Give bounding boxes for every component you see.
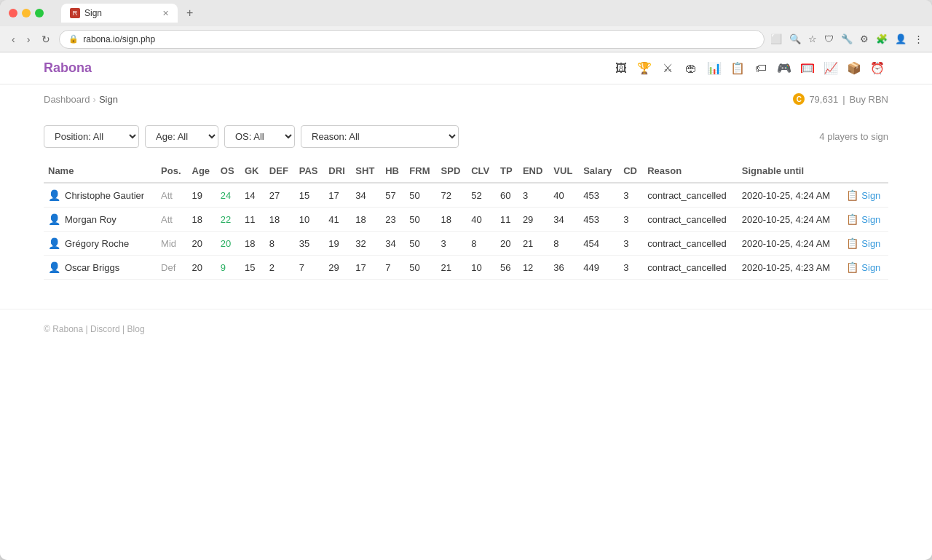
site-logo[interactable]: Rabona [44, 60, 92, 76]
nav-icon-stadium[interactable]: 🏟 [680, 58, 702, 79]
active-tab[interactable]: R Sign ✕ [61, 4, 178, 23]
search-icon[interactable]: 🔍 [789, 33, 801, 44]
minimize-button[interactable] [22, 9, 31, 17]
nav-icon-match[interactable]: ⚔ [657, 58, 679, 79]
player-signable: 2020-10-25, 4:24 AM [738, 232, 842, 256]
extension-icon2[interactable]: ⚙ [860, 33, 869, 44]
url-input[interactable]: 🔒 rabona.io/sign.php [59, 30, 765, 49]
back-button[interactable]: ‹ [9, 32, 18, 47]
player-salary: 453 [579, 183, 619, 208]
sign-button[interactable]: 📋 Sign [846, 237, 884, 249]
player-hb: 34 [381, 232, 405, 256]
nav-icon-clock[interactable]: ⏰ [866, 58, 888, 79]
nav-icon-box[interactable]: 📦 [843, 58, 865, 79]
player-spd: 21 [437, 256, 467, 280]
tab-title: Sign [84, 8, 102, 18]
browser-toolbar-icons: ⬜ 🔍 ☆ 🛡 🔧 ⚙ 🧩 👤 ⋮ [770, 33, 923, 44]
player-pos: Att [157, 183, 187, 208]
player-clv: 8 [467, 232, 496, 256]
player-salary: 449 [579, 256, 619, 280]
col-pos: Pos. [157, 159, 187, 183]
maximize-button[interactable] [35, 9, 44, 17]
tab-close-icon[interactable]: ✕ [162, 9, 169, 18]
nav-icon-trophy[interactable]: 🏆 [633, 58, 655, 79]
col-os: OS [216, 159, 240, 183]
player-pos: Att [157, 208, 187, 232]
player-age: 20 [188, 256, 216, 280]
nav-icon-game[interactable]: 🎮 [773, 58, 795, 79]
col-salary: Salary [579, 159, 619, 183]
player-end: 12 [518, 256, 549, 280]
player-def: 27 [265, 183, 295, 208]
player-name-text: Morgan Roy [65, 214, 116, 225]
reload-button[interactable]: ↻ [39, 32, 53, 47]
player-salary: 454 [579, 232, 619, 256]
player-age: 20 [188, 232, 216, 256]
player-cd: 3 [619, 183, 643, 208]
bookmark-icon[interactable]: ☆ [808, 33, 817, 44]
footer-blog[interactable]: Blog [127, 324, 145, 334]
col-clv: CLV [467, 159, 496, 183]
close-button[interactable] [9, 9, 17, 17]
tab-bar: R Sign ✕ + [61, 4, 923, 23]
traffic-lights [9, 9, 44, 17]
footer-copyright: © Rabona [44, 324, 83, 334]
player-frm: 50 [405, 183, 436, 208]
sign-button[interactable]: 📋 Sign [846, 261, 884, 273]
age-filter[interactable]: Age: All [145, 125, 218, 148]
player-dri: 29 [324, 256, 351, 280]
new-tab-button[interactable]: + [181, 4, 199, 23]
footer-discord[interactable]: Discord [90, 324, 120, 334]
nav-icon-clipboard[interactable]: 📋 [727, 58, 749, 79]
player-tp: 20 [496, 232, 518, 256]
player-pos: Mid [157, 232, 187, 256]
more-icon[interactable]: ⋮ [914, 33, 923, 44]
player-os: 20 [216, 232, 240, 256]
player-pas: 10 [295, 208, 325, 232]
sign-button[interactable]: 📋 Sign [846, 213, 884, 225]
player-name-text: Oscar Briggs [65, 262, 119, 273]
os-filter[interactable]: OS: All [224, 125, 295, 148]
reason-filter[interactable]: Reason: AllReason: contract_cancelled [301, 125, 459, 148]
sign-icon: 📋 [846, 237, 858, 249]
sign-button[interactable]: 📋 Sign [846, 189, 884, 201]
nav-icon-chart[interactable]: 📈 [820, 58, 842, 79]
forward-button[interactable]: › [24, 32, 33, 47]
breadcrumb-dashboard[interactable]: Dashboard [44, 94, 90, 105]
nav-icon-tag[interactable]: 🏷 [750, 58, 772, 79]
col-dri: DRI [324, 159, 351, 183]
col-name: Name [44, 159, 157, 183]
breadcrumb-separator: › [93, 94, 96, 105]
cast-icon[interactable]: ⬜ [770, 33, 782, 44]
players-count: 4 players to sign [819, 131, 888, 142]
player-hb: 7 [381, 256, 405, 280]
player-icon: 👤 [48, 261, 60, 273]
player-name-cell: 👤 Oscar Briggs [44, 256, 157, 280]
nav-icon-image[interactable]: 🖼 [610, 58, 632, 79]
player-end: 21 [518, 232, 549, 256]
player-def: 2 [265, 256, 295, 280]
col-spd: SPD [437, 159, 467, 183]
puzzle-icon[interactable]: 🧩 [876, 33, 888, 44]
col-end: END [518, 159, 549, 183]
buy-rbn-link[interactable]: Buy RBN [850, 94, 888, 105]
player-name-cell: 👤 Morgan Roy [44, 208, 157, 232]
player-sht: 18 [351, 208, 381, 232]
extension-icon1[interactable]: 🔧 [841, 33, 853, 44]
position-filter[interactable]: Position: AllPosition: AttPosition: MidP… [44, 125, 139, 148]
breadcrumb-left: Dashboard › Sign [44, 94, 118, 105]
profile-icon[interactable]: 👤 [895, 33, 907, 44]
player-clv: 10 [467, 256, 496, 280]
shield-icon[interactable]: 🛡 [824, 33, 834, 44]
player-sht: 32 [351, 232, 381, 256]
player-age: 19 [188, 183, 216, 208]
player-frm: 50 [405, 232, 436, 256]
coin-icon: C [793, 93, 805, 105]
nav-icon-stats[interactable]: 📊 [703, 58, 725, 79]
footer: © Rabona | Discord | Blog [0, 309, 932, 349]
nav-icon-goal[interactable]: 🥅 [797, 58, 818, 79]
player-os: 9 [216, 256, 240, 280]
player-sign-cell: 📋 Sign [842, 232, 888, 256]
breadcrumb: Dashboard › Sign C 79,631 | Buy RBN [44, 84, 888, 114]
player-name-text: Grégory Roche [65, 238, 129, 249]
